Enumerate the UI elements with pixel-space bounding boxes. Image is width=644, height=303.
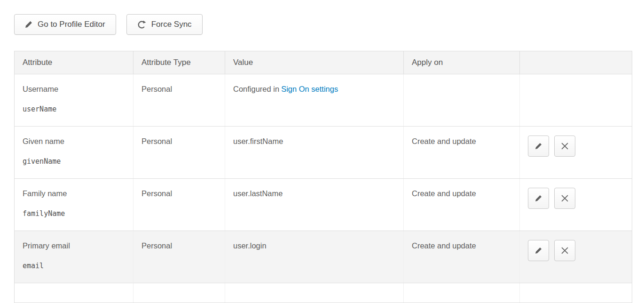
toolbar: Go to Profile Editor Force Sync — [14, 14, 644, 35]
attribute-cell: Given name givenName — [15, 127, 134, 178]
edit-mapping-button[interactable] — [528, 240, 549, 261]
force-sync-label: Force Sync — [151, 20, 192, 29]
delete-mapping-button[interactable] — [554, 136, 575, 157]
actions-cell — [520, 179, 632, 231]
pencil-icon — [535, 195, 542, 202]
attribute-variable-name: givenName — [23, 157, 125, 167]
attribute-cell: Username userName — [15, 74, 134, 126]
attribute-label: Username — [23, 84, 125, 94]
value-cell: user.login — [225, 231, 404, 283]
apply-on-cell: Create and update — [404, 127, 520, 178]
attribute-type-cell: Personal — [134, 74, 225, 126]
sign-on-settings-link[interactable]: Sign On settings — [281, 85, 338, 93]
table-row-primary-email: Primary email email Personal user.login … — [15, 231, 632, 283]
attribute-variable-name: userName — [23, 105, 125, 114]
attribute-label: Family name — [23, 189, 125, 199]
attribute-type-cell: Personal — [134, 231, 225, 283]
header-value: Value — [225, 51, 404, 74]
x-icon — [561, 195, 568, 202]
apply-on-cell — [404, 74, 520, 126]
refresh-icon — [137, 20, 146, 29]
table-row-family-name: Family name familyName Personal user.las… — [15, 178, 632, 231]
table-row-username: Username userName Personal Configured in… — [15, 74, 632, 126]
attribute-cell: Primary email email — [15, 231, 134, 283]
edit-mapping-button[interactable] — [528, 136, 549, 157]
table-row-partial — [15, 283, 632, 303]
attribute-type-cell: Personal — [134, 127, 225, 178]
value-cell: user.firstName — [225, 127, 404, 178]
value-cell: Configured inSign On settings — [225, 74, 404, 126]
apply-on-cell: Create and update — [404, 179, 520, 231]
page: Go to Profile Editor Force Sync Attribut… — [0, 0, 644, 303]
attribute-mappings-table: Attribute Attribute Type Value Apply on … — [14, 51, 632, 303]
go-to-profile-editor-button[interactable]: Go to Profile Editor — [14, 14, 116, 35]
delete-mapping-button[interactable] — [554, 240, 575, 261]
value-text: Configured in — [233, 85, 279, 93]
attribute-type-cell: Personal — [134, 179, 225, 231]
value-cell: user.lastName — [225, 179, 404, 231]
table-row-given-name: Given name givenName Personal user.first… — [15, 126, 632, 178]
x-icon — [561, 143, 568, 150]
attribute-label: Primary email — [23, 241, 125, 251]
actions-cell — [520, 74, 632, 126]
force-sync-button[interactable]: Force Sync — [126, 14, 203, 35]
pencil-icon — [535, 247, 542, 254]
header-apply-on: Apply on — [404, 51, 520, 74]
table-header-row: Attribute Attribute Type Value Apply on — [15, 51, 632, 74]
attribute-cell: Family name familyName — [15, 179, 134, 231]
edit-mapping-button[interactable] — [528, 188, 549, 209]
x-icon — [561, 247, 568, 254]
attribute-label: Given name — [23, 136, 125, 146]
actions-cell — [520, 127, 632, 178]
header-attribute-type: Attribute Type — [134, 51, 225, 74]
pencil-icon — [535, 143, 542, 150]
header-actions — [520, 51, 632, 74]
attribute-variable-name: email — [23, 262, 125, 271]
actions-cell — [520, 231, 632, 283]
attribute-variable-name: familyName — [23, 209, 125, 219]
delete-mapping-button[interactable] — [554, 188, 575, 209]
pencil-icon — [25, 21, 32, 28]
header-attribute: Attribute — [15, 51, 134, 74]
go-to-profile-editor-label: Go to Profile Editor — [38, 20, 105, 29]
apply-on-cell: Create and update — [404, 231, 520, 283]
